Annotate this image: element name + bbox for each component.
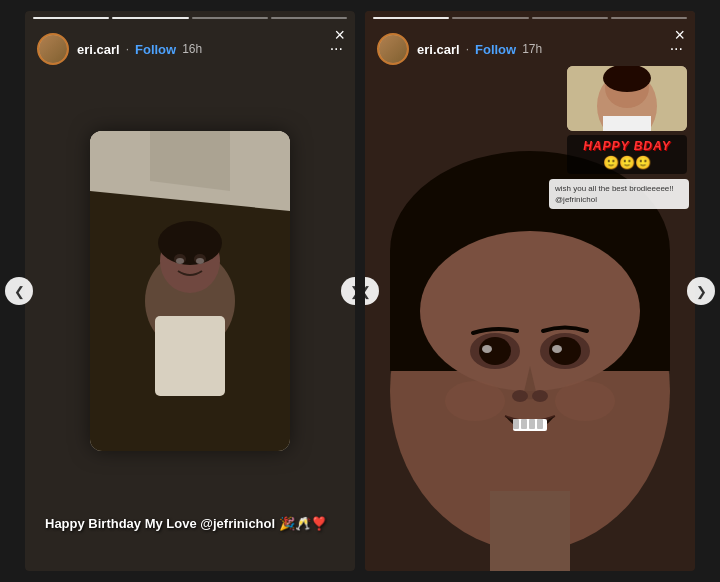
svg-point-22: [482, 345, 492, 353]
svg-rect-28: [521, 419, 527, 429]
left-time: 16h: [182, 42, 202, 56]
right-overlay-card: HAPPY BDAY 🙂🙂🙂: [567, 66, 687, 174]
right-progress-bar-1: [373, 17, 449, 19]
left-video-bg: [25, 11, 355, 571]
wish-text-badge: wish you all the best brodieeeee!! @jefr…: [549, 179, 689, 209]
right-progress-bar-3: [532, 17, 608, 19]
left-progress-bar-1: [33, 17, 109, 19]
left-avatar[interactable]: [37, 33, 69, 65]
right-header-info: eri.carl · Follow 17h: [417, 42, 662, 57]
svg-rect-29: [529, 419, 535, 429]
right-time: 17h: [522, 42, 542, 56]
svg-rect-30: [537, 419, 543, 429]
left-close-button[interactable]: ×: [334, 25, 345, 46]
left-arrow-icon: ❮: [365, 284, 371, 299]
outer-right-arrow-icon: ❯: [696, 284, 707, 299]
left-video-svg: [90, 131, 290, 451]
left-video-frame: [90, 131, 290, 451]
left-progress-bar-2: [112, 17, 188, 19]
svg-rect-37: [603, 116, 651, 131]
left-follow-button[interactable]: Follow: [135, 42, 176, 57]
right-video-bg: HAPPY BDAY 🙂🙂🙂 wish you all the best bro…: [365, 11, 695, 571]
svg-point-25: [532, 390, 548, 402]
svg-rect-9: [155, 316, 225, 396]
right-story-panel: eri.carl · Follow 17h ···: [365, 11, 695, 571]
right-avatar[interactable]: [377, 33, 409, 65]
stories-container: eri.carl · Follow 16h ···: [25, 11, 695, 571]
left-story-panel: eri.carl · Follow 16h ···: [25, 11, 355, 571]
right-dot: ·: [466, 42, 469, 56]
svg-point-11: [196, 258, 204, 264]
svg-point-10: [176, 258, 184, 264]
svg-point-23: [552, 345, 562, 353]
right-username[interactable]: eri.carl: [417, 42, 460, 57]
right-story-content: HAPPY BDAY 🙂🙂🙂 wish you all the best bro…: [365, 11, 695, 571]
right-arrow-icon: ❯: [350, 284, 356, 299]
outer-nav-right-button[interactable]: ❯: [687, 277, 715, 305]
thumbnail-svg: [567, 66, 687, 131]
svg-point-31: [445, 381, 505, 421]
outer-left-arrow-icon: ❮: [14, 284, 25, 299]
left-username[interactable]: eri.carl: [77, 42, 120, 57]
right-follow-button[interactable]: Follow: [475, 42, 516, 57]
left-progress-bar-4: [271, 17, 347, 19]
left-story-content: Happy Birthday My Love @jefrinichol 🎉🥂❣️: [25, 11, 355, 571]
right-overlay-text-bg: HAPPY BDAY 🙂🙂🙂: [567, 135, 687, 174]
left-progress-bars: [25, 11, 355, 19]
svg-rect-27: [513, 419, 519, 429]
happy-bday-text: HAPPY BDAY: [573, 139, 681, 153]
right-progress-bar-4: [611, 17, 687, 19]
left-birthday-caption: Happy Birthday My Love @jefrinichol 🎉🥂❣️: [45, 516, 335, 531]
svg-point-6: [158, 221, 222, 265]
svg-marker-3: [150, 131, 230, 191]
svg-point-24: [512, 390, 528, 402]
svg-point-32: [555, 381, 615, 421]
right-close-button[interactable]: ×: [674, 25, 685, 46]
left-header-info: eri.carl · Follow 16h: [77, 42, 322, 57]
svg-rect-14: [490, 491, 570, 571]
outer-nav-left-button[interactable]: ❮: [5, 277, 33, 305]
right-overlay-thumbnail: [567, 66, 687, 131]
right-progress-bar-2: [452, 17, 528, 19]
right-progress-bars: [365, 11, 695, 19]
left-dot: ·: [126, 42, 129, 56]
left-progress-bar-3: [192, 17, 268, 19]
smiley-row: 🙂🙂🙂: [573, 155, 681, 170]
